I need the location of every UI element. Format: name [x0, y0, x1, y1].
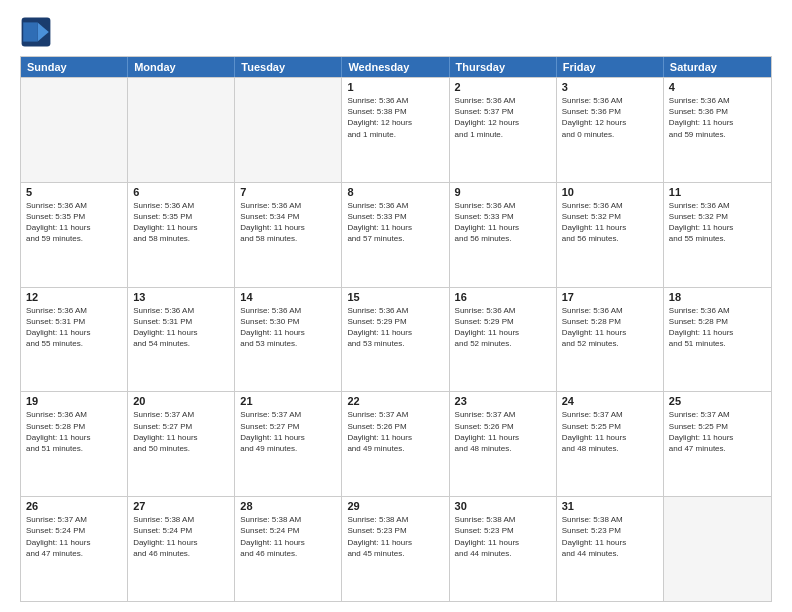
week-row-1: 1Sunrise: 5:36 AM Sunset: 5:38 PM Daylig… [21, 77, 771, 182]
week-row-5: 26Sunrise: 5:37 AM Sunset: 5:24 PM Dayli… [21, 496, 771, 601]
calendar-cell: 22Sunrise: 5:37 AM Sunset: 5:26 PM Dayli… [342, 392, 449, 496]
cell-info: Sunrise: 5:37 AM Sunset: 5:26 PM Dayligh… [455, 409, 551, 454]
cell-day-number: 3 [562, 81, 658, 93]
cell-info: Sunrise: 5:37 AM Sunset: 5:24 PM Dayligh… [26, 514, 122, 559]
cell-info: Sunrise: 5:36 AM Sunset: 5:31 PM Dayligh… [26, 305, 122, 350]
day-header-saturday: Saturday [664, 57, 771, 77]
cell-info: Sunrise: 5:36 AM Sunset: 5:30 PM Dayligh… [240, 305, 336, 350]
cell-info: Sunrise: 5:38 AM Sunset: 5:23 PM Dayligh… [347, 514, 443, 559]
cell-info: Sunrise: 5:36 AM Sunset: 5:32 PM Dayligh… [562, 200, 658, 245]
cell-day-number: 27 [133, 500, 229, 512]
calendar-cell: 21Sunrise: 5:37 AM Sunset: 5:27 PM Dayli… [235, 392, 342, 496]
header [20, 16, 772, 48]
cell-day-number: 7 [240, 186, 336, 198]
cell-info: Sunrise: 5:37 AM Sunset: 5:26 PM Dayligh… [347, 409, 443, 454]
cell-day-number: 18 [669, 291, 766, 303]
calendar-cell: 23Sunrise: 5:37 AM Sunset: 5:26 PM Dayli… [450, 392, 557, 496]
week-row-4: 19Sunrise: 5:36 AM Sunset: 5:28 PM Dayli… [21, 391, 771, 496]
calendar-cell: 16Sunrise: 5:36 AM Sunset: 5:29 PM Dayli… [450, 288, 557, 392]
calendar-page: SundayMondayTuesdayWednesdayThursdayFrid… [0, 0, 792, 612]
cell-day-number: 9 [455, 186, 551, 198]
day-header-sunday: Sunday [21, 57, 128, 77]
cell-day-number: 20 [133, 395, 229, 407]
cell-info: Sunrise: 5:36 AM Sunset: 5:34 PM Dayligh… [240, 200, 336, 245]
cell-info: Sunrise: 5:38 AM Sunset: 5:23 PM Dayligh… [562, 514, 658, 559]
cell-info: Sunrise: 5:36 AM Sunset: 5:31 PM Dayligh… [133, 305, 229, 350]
cell-info: Sunrise: 5:37 AM Sunset: 5:27 PM Dayligh… [133, 409, 229, 454]
cell-info: Sunrise: 5:36 AM Sunset: 5:33 PM Dayligh… [347, 200, 443, 245]
cell-day-number: 16 [455, 291, 551, 303]
cell-day-number: 23 [455, 395, 551, 407]
calendar-cell: 31Sunrise: 5:38 AM Sunset: 5:23 PM Dayli… [557, 497, 664, 601]
cell-day-number: 22 [347, 395, 443, 407]
day-headers: SundayMondayTuesdayWednesdayThursdayFrid… [21, 57, 771, 77]
svg-rect-2 [23, 22, 37, 41]
cell-day-number: 14 [240, 291, 336, 303]
cell-info: Sunrise: 5:37 AM Sunset: 5:25 PM Dayligh… [562, 409, 658, 454]
calendar-cell: 2Sunrise: 5:36 AM Sunset: 5:37 PM Daylig… [450, 78, 557, 182]
week-row-3: 12Sunrise: 5:36 AM Sunset: 5:31 PM Dayli… [21, 287, 771, 392]
cell-day-number: 13 [133, 291, 229, 303]
cell-info: Sunrise: 5:36 AM Sunset: 5:28 PM Dayligh… [26, 409, 122, 454]
calendar-cell [664, 497, 771, 601]
day-header-friday: Friday [557, 57, 664, 77]
cell-day-number: 24 [562, 395, 658, 407]
calendar-cell: 10Sunrise: 5:36 AM Sunset: 5:32 PM Dayli… [557, 183, 664, 287]
cell-info: Sunrise: 5:36 AM Sunset: 5:28 PM Dayligh… [562, 305, 658, 350]
calendar-cell: 14Sunrise: 5:36 AM Sunset: 5:30 PM Dayli… [235, 288, 342, 392]
cell-day-number: 15 [347, 291, 443, 303]
cell-info: Sunrise: 5:36 AM Sunset: 5:38 PM Dayligh… [347, 95, 443, 140]
calendar-cell: 1Sunrise: 5:36 AM Sunset: 5:38 PM Daylig… [342, 78, 449, 182]
cell-info: Sunrise: 5:38 AM Sunset: 5:24 PM Dayligh… [133, 514, 229, 559]
cell-info: Sunrise: 5:36 AM Sunset: 5:32 PM Dayligh… [669, 200, 766, 245]
day-header-wednesday: Wednesday [342, 57, 449, 77]
calendar-cell: 6Sunrise: 5:36 AM Sunset: 5:35 PM Daylig… [128, 183, 235, 287]
logo [20, 16, 56, 48]
calendar-cell: 7Sunrise: 5:36 AM Sunset: 5:34 PM Daylig… [235, 183, 342, 287]
calendar-cell [128, 78, 235, 182]
day-header-monday: Monday [128, 57, 235, 77]
cell-info: Sunrise: 5:36 AM Sunset: 5:28 PM Dayligh… [669, 305, 766, 350]
cell-info: Sunrise: 5:38 AM Sunset: 5:24 PM Dayligh… [240, 514, 336, 559]
calendar-cell: 13Sunrise: 5:36 AM Sunset: 5:31 PM Dayli… [128, 288, 235, 392]
calendar-cell: 24Sunrise: 5:37 AM Sunset: 5:25 PM Dayli… [557, 392, 664, 496]
cell-info: Sunrise: 5:36 AM Sunset: 5:29 PM Dayligh… [347, 305, 443, 350]
day-header-thursday: Thursday [450, 57, 557, 77]
calendar-cell: 15Sunrise: 5:36 AM Sunset: 5:29 PM Dayli… [342, 288, 449, 392]
cell-day-number: 30 [455, 500, 551, 512]
cell-day-number: 21 [240, 395, 336, 407]
calendar-cell [21, 78, 128, 182]
cell-info: Sunrise: 5:36 AM Sunset: 5:29 PM Dayligh… [455, 305, 551, 350]
cell-info: Sunrise: 5:38 AM Sunset: 5:23 PM Dayligh… [455, 514, 551, 559]
calendar-cell: 4Sunrise: 5:36 AM Sunset: 5:36 PM Daylig… [664, 78, 771, 182]
cell-info: Sunrise: 5:36 AM Sunset: 5:35 PM Dayligh… [133, 200, 229, 245]
cell-info: Sunrise: 5:36 AM Sunset: 5:36 PM Dayligh… [669, 95, 766, 140]
cell-day-number: 31 [562, 500, 658, 512]
cell-day-number: 4 [669, 81, 766, 93]
calendar-cell: 27Sunrise: 5:38 AM Sunset: 5:24 PM Dayli… [128, 497, 235, 601]
calendar-cell: 30Sunrise: 5:38 AM Sunset: 5:23 PM Dayli… [450, 497, 557, 601]
cell-day-number: 28 [240, 500, 336, 512]
calendar-cell [235, 78, 342, 182]
calendar-cell: 29Sunrise: 5:38 AM Sunset: 5:23 PM Dayli… [342, 497, 449, 601]
calendar-cell: 5Sunrise: 5:36 AM Sunset: 5:35 PM Daylig… [21, 183, 128, 287]
cell-day-number: 26 [26, 500, 122, 512]
cell-day-number: 17 [562, 291, 658, 303]
cell-day-number: 10 [562, 186, 658, 198]
cell-day-number: 5 [26, 186, 122, 198]
calendar-cell: 26Sunrise: 5:37 AM Sunset: 5:24 PM Dayli… [21, 497, 128, 601]
calendar-body: 1Sunrise: 5:36 AM Sunset: 5:38 PM Daylig… [21, 77, 771, 601]
calendar-cell: 9Sunrise: 5:36 AM Sunset: 5:33 PM Daylig… [450, 183, 557, 287]
calendar-cell: 3Sunrise: 5:36 AM Sunset: 5:36 PM Daylig… [557, 78, 664, 182]
calendar: SundayMondayTuesdayWednesdayThursdayFrid… [20, 56, 772, 602]
cell-info: Sunrise: 5:36 AM Sunset: 5:37 PM Dayligh… [455, 95, 551, 140]
cell-day-number: 8 [347, 186, 443, 198]
cell-day-number: 19 [26, 395, 122, 407]
cell-day-number: 12 [26, 291, 122, 303]
day-header-tuesday: Tuesday [235, 57, 342, 77]
cell-info: Sunrise: 5:37 AM Sunset: 5:25 PM Dayligh… [669, 409, 766, 454]
week-row-2: 5Sunrise: 5:36 AM Sunset: 5:35 PM Daylig… [21, 182, 771, 287]
calendar-cell: 11Sunrise: 5:36 AM Sunset: 5:32 PM Dayli… [664, 183, 771, 287]
cell-info: Sunrise: 5:36 AM Sunset: 5:35 PM Dayligh… [26, 200, 122, 245]
cell-day-number: 25 [669, 395, 766, 407]
